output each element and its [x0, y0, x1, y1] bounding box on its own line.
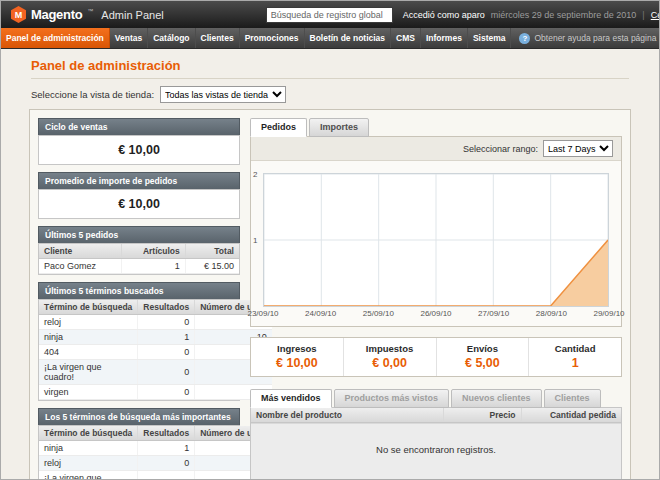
nav-item-boletin[interactable]: Boletín de noticias: [305, 28, 392, 48]
table-row[interactable]: ninja110: [39, 330, 272, 345]
table-row[interactable]: ¡La virgen que cuadro!02: [39, 360, 272, 385]
nav-item-ventas[interactable]: Ventas: [110, 28, 148, 48]
tab-importes[interactable]: Importes: [309, 118, 369, 137]
help-icon: ?: [519, 33, 530, 44]
tab-mas-vendidos[interactable]: Más vendidos: [250, 389, 332, 408]
lifetime-sales-title: Ciclo de ventas: [38, 118, 240, 135]
tab-productos-mas-vistos[interactable]: Productos más vistos: [334, 389, 450, 408]
table-cell: 0: [138, 385, 195, 400]
tab-clientes[interactable]: Clientes: [544, 389, 601, 408]
column-header: Término de búsqueda: [39, 300, 138, 315]
total-impuestos: Impuestos € 0,00: [343, 338, 436, 376]
tab-nuevos-clientes[interactable]: Nuevos clientes: [451, 389, 542, 408]
total-envios: Envíos € 5,00: [436, 338, 529, 376]
table-cell: 0: [138, 456, 195, 471]
table-cell: 1: [138, 330, 195, 345]
app-header: M Magento™ Admin Panel Accedió como apar…: [1, 1, 659, 28]
table-row[interactable]: ¡La virgen que cuadro!02: [39, 471, 272, 480]
last-orders-box: Últimos 5 pedidos ClienteArtículosTotal …: [38, 226, 240, 275]
last-search-header-row: Término de búsquedaResultadosNúmero de u…: [39, 300, 272, 315]
nav-item-catalogo[interactable]: Catálogo: [148, 28, 195, 48]
products-table: Nombre del productoPrecioCantidad pedida: [251, 408, 621, 423]
table-row[interactable]: virgen01: [39, 385, 272, 400]
dashboard-left-column: Ciclo de ventas € 10,00 Promedio de impo…: [38, 118, 240, 480]
chart-x-tick: 27/09/10: [478, 309, 509, 318]
table-row[interactable]: reloj02: [39, 456, 272, 471]
page-help-link[interactable]: ? Obtener ayuda para esta página: [511, 28, 659, 48]
magento-logo: M Magento™ Admin Panel: [11, 6, 164, 23]
sales-chart-svg: [264, 174, 608, 306]
logout-link[interactable]: Cerrar Sesión: [651, 10, 660, 20]
table-row[interactable]: 40401: [39, 345, 272, 360]
average-orders-value: € 10,00: [39, 190, 239, 218]
nav-item-promociones[interactable]: Promociones: [240, 28, 305, 48]
svg-text:M: M: [15, 10, 23, 20]
table-cell: reloj: [39, 456, 138, 471]
table-cell: 0: [138, 345, 195, 360]
column-header: Cliente: [39, 244, 122, 259]
chart-area: 12 23/09/1024/09/1025/09/1026/09/1027/09…: [251, 161, 621, 326]
column-header: Nombre del producto: [251, 408, 443, 423]
table-row[interactable]: Paco Gomez1€ 15.00: [39, 259, 239, 274]
table-row[interactable]: reloj02: [39, 315, 272, 330]
magento-admin-window: M Magento™ Admin Panel Accedió como apar…: [0, 0, 660, 480]
products-header-row: Nombre del productoPrecioCantidad pedida: [251, 408, 621, 423]
table-cell: Paco Gomez: [39, 259, 122, 274]
table-cell: 0: [138, 471, 195, 480]
table-cell: 1: [138, 441, 195, 456]
title-divider: [31, 78, 629, 79]
store-view-select[interactable]: Todas las vistas de tienda: [160, 86, 286, 103]
table-cell: virgen: [39, 385, 138, 400]
last-search-terms-table: Término de búsquedaResultadosNúmero de u…: [39, 300, 272, 400]
store-view-label: Seleccione la vista de tienda:: [31, 89, 154, 100]
last-orders-title: Últimos 5 pedidos: [38, 226, 240, 243]
nav-item-clientes[interactable]: Clientes: [196, 28, 240, 48]
total-value: € 0,00: [344, 356, 436, 370]
lifetime-sales-value: € 10,00: [39, 136, 239, 164]
range-strip: Seleccionar rango: Last 7 Days: [251, 137, 621, 161]
chart-x-tick: 23/09/10: [247, 309, 278, 318]
header-user-area: Accedió como aparo miércoles 29 de septi…: [403, 10, 660, 20]
top-search-terms-box: Los 5 términos de búsqueda más important…: [38, 408, 240, 480]
table-cell: reloj: [39, 315, 138, 330]
nav-item-cms[interactable]: CMS: [391, 28, 421, 48]
tab-pedidos[interactable]: Pedidos: [250, 118, 307, 137]
total-label: Cantidad: [529, 343, 621, 354]
nav-item-sistema[interactable]: Sistema: [468, 28, 512, 48]
range-select[interactable]: Last 7 Days: [543, 140, 613, 157]
total-ingresos: Ingresos € 10,00: [251, 338, 343, 376]
chart-x-tick: 28/09/10: [536, 309, 567, 318]
total-label: Envíos: [437, 343, 529, 354]
total-label: Impuestos: [344, 343, 436, 354]
total-value: € 5,00: [437, 356, 529, 370]
chart-panel: Seleccionar rango: Last 7 Days 12 23/09/…: [250, 136, 622, 327]
help-label: Obtener ayuda para esta página: [534, 33, 656, 43]
nav-item-dashboard[interactable]: Panel de administración: [1, 28, 110, 48]
table-cell: € 15.00: [185, 259, 239, 274]
chart-x-tick: 25/09/10: [363, 309, 394, 318]
column-header: Resultados: [138, 426, 195, 441]
products-tabs: Más vendidos Productos más vistos Nuevos…: [250, 389, 622, 408]
chart-x-tick: 26/09/10: [420, 309, 451, 318]
global-search-input[interactable]: [266, 7, 393, 23]
nav-item-informes[interactable]: Informes: [421, 28, 468, 48]
main-nav: Panel de administración Ventas Catálogo …: [1, 28, 659, 49]
chart-y-tick: 2: [253, 170, 257, 179]
totals-bar: Ingresos € 10,00 Impuestos € 0,00 Envíos…: [250, 337, 622, 377]
column-header: Resultados: [138, 300, 195, 315]
last-search-terms-title: Últimos 5 términos buscados: [38, 282, 240, 299]
range-label: Seleccionar rango:: [463, 144, 538, 154]
chart-tabs: Pedidos Importes: [250, 118, 622, 137]
column-header: Precio: [443, 408, 521, 423]
column-header: Cantidad pedida: [521, 408, 621, 423]
table-row[interactable]: ninja110: [39, 441, 272, 456]
chart-x-tick: 29/09/10: [593, 309, 624, 318]
table-cell: ¡La virgen que cuadro!: [39, 360, 138, 385]
lifetime-sales-box: Ciclo de ventas € 10,00: [38, 118, 240, 165]
chart-y-tick: 1: [253, 236, 257, 245]
column-header: Término de búsqueda: [39, 426, 138, 441]
top-search-header-row: Término de búsquedaResultadosNúmero de u…: [39, 426, 272, 441]
table-cell: ninja: [39, 441, 138, 456]
page-title: Panel de administración: [31, 58, 629, 73]
column-header: Artículos: [122, 244, 185, 259]
